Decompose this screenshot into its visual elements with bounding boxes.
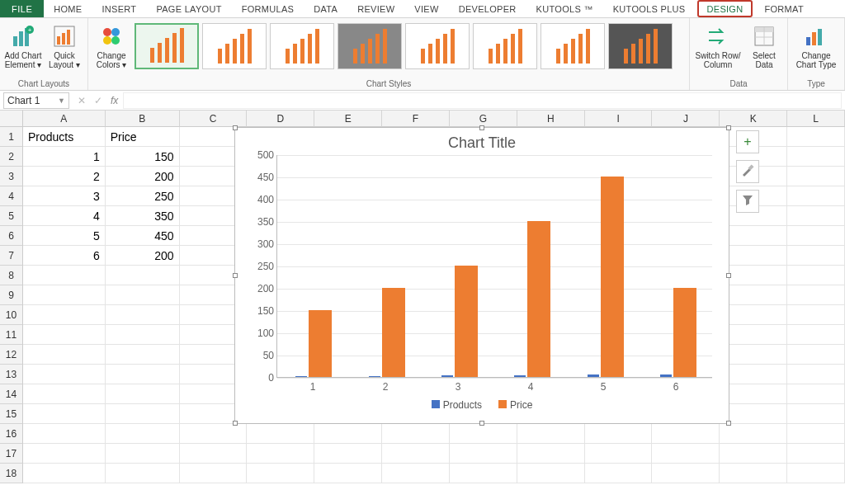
cell[interactable]: 200: [106, 246, 180, 266]
cell[interactable]: [787, 246, 845, 266]
cell[interactable]: [180, 424, 248, 444]
row-header[interactable]: 5: [0, 206, 23, 226]
chart-plot-area[interactable]: 050100150200250300350400450500: [276, 155, 712, 378]
cell[interactable]: [652, 444, 720, 464]
cell[interactable]: [23, 404, 106, 424]
resize-handle-e[interactable]: [726, 273, 731, 278]
cell[interactable]: [23, 365, 106, 384]
cell[interactable]: [720, 384, 787, 404]
cell[interactable]: [450, 444, 517, 464]
cell[interactable]: [106, 404, 180, 424]
cell[interactable]: [787, 305, 845, 325]
cell[interactable]: [106, 345, 180, 365]
cell[interactable]: [382, 444, 450, 464]
chart-style-5[interactable]: [405, 23, 470, 69]
tab-formulas[interactable]: FORMULAS: [232, 0, 304, 17]
name-box-dropdown-icon[interactable]: ▼: [58, 97, 65, 105]
chart-style-8[interactable]: [608, 23, 673, 69]
cell[interactable]: [247, 464, 314, 483]
cell[interactable]: [787, 404, 845, 424]
row-header[interactable]: 8: [0, 266, 23, 285]
cell[interactable]: [517, 424, 585, 444]
cell[interactable]: [314, 424, 382, 444]
cell[interactable]: 2: [23, 167, 106, 186]
cell[interactable]: [720, 246, 787, 266]
tab-developer[interactable]: DEVELOPER: [449, 0, 526, 17]
resize-handle-n[interactable]: [479, 125, 484, 130]
enter-icon[interactable]: ✓: [94, 95, 102, 106]
row-header[interactable]: 2: [0, 147, 23, 167]
cell[interactable]: [585, 444, 653, 464]
tab-page-layout[interactable]: PAGE LAYOUT: [146, 0, 231, 17]
row-header[interactable]: 13: [0, 365, 23, 384]
cell[interactable]: [720, 444, 787, 464]
col-header-A[interactable]: A: [23, 111, 106, 127]
cell[interactable]: [787, 186, 845, 206]
cell[interactable]: [787, 345, 845, 365]
cell[interactable]: [720, 285, 787, 305]
quick-layout-button[interactable]: Quick Layout ▾: [45, 20, 84, 76]
cell[interactable]: [787, 384, 845, 404]
cell[interactable]: [23, 464, 106, 483]
cell[interactable]: 450: [106, 226, 180, 246]
change-colors-button[interactable]: Change Colors ▾: [92, 20, 131, 76]
col-header-E[interactable]: E: [314, 111, 382, 127]
cell[interactable]: [517, 464, 585, 483]
chart-styles-button[interactable]: [736, 160, 759, 183]
cell[interactable]: [652, 424, 720, 444]
chart-style-7[interactable]: [541, 23, 605, 69]
cell[interactable]: [450, 424, 517, 444]
cell[interactable]: [382, 424, 450, 444]
row-header[interactable]: 12: [0, 345, 23, 365]
cell[interactable]: [787, 226, 845, 246]
resize-handle-ne[interactable]: [726, 125, 731, 130]
cell[interactable]: 350: [106, 206, 180, 226]
cell[interactable]: [23, 444, 106, 464]
cell[interactable]: [787, 424, 845, 444]
chart-style-4[interactable]: [338, 23, 402, 69]
col-header-D[interactable]: D: [247, 111, 314, 127]
chart-style-6[interactable]: [473, 23, 537, 69]
cell[interactable]: 150: [106, 147, 180, 167]
col-header-K[interactable]: K: [720, 111, 787, 127]
row-header[interactable]: 1: [0, 127, 23, 147]
cell[interactable]: 250: [106, 186, 180, 206]
cell[interactable]: Products: [23, 127, 106, 147]
cell[interactable]: Price: [106, 127, 180, 147]
col-header-J[interactable]: J: [652, 111, 720, 127]
cell[interactable]: [23, 266, 106, 285]
row-header[interactable]: 10: [0, 305, 23, 325]
chart-title[interactable]: Chart Title: [235, 128, 729, 155]
resize-handle-w[interactable]: [233, 273, 238, 278]
cell[interactable]: [106, 384, 180, 404]
cell[interactable]: [23, 305, 106, 325]
cell[interactable]: [787, 147, 845, 167]
tab-design[interactable]: DESIGN: [697, 0, 753, 17]
cell[interactable]: [720, 365, 787, 384]
row-header[interactable]: 18: [0, 464, 23, 483]
cell[interactable]: [23, 285, 106, 305]
cell[interactable]: [382, 464, 450, 483]
add-chart-element-button[interactable]: + Add Chart Element ▾: [3, 20, 43, 76]
cell[interactable]: [652, 464, 720, 483]
cell[interactable]: [106, 266, 180, 285]
chart-style-3[interactable]: [270, 23, 334, 69]
legend-products[interactable]: Products: [432, 399, 482, 411]
cell[interactable]: [106, 325, 180, 345]
cell[interactable]: [314, 464, 382, 483]
cell[interactable]: [585, 424, 653, 444]
row-header[interactable]: 6: [0, 226, 23, 246]
col-header-L[interactable]: L: [787, 111, 845, 127]
col-header-C[interactable]: C: [180, 111, 248, 127]
cell[interactable]: 5: [23, 226, 106, 246]
change-chart-type-button[interactable]: Change Chart Type: [791, 20, 841, 76]
cell[interactable]: [787, 167, 845, 186]
cell[interactable]: [106, 365, 180, 384]
row-header[interactable]: 17: [0, 444, 23, 464]
legend-price[interactable]: Price: [498, 399, 532, 411]
row-header[interactable]: 9: [0, 285, 23, 305]
cell[interactable]: [787, 206, 845, 226]
row-header[interactable]: 7: [0, 246, 23, 266]
tab-file[interactable]: FILE: [0, 0, 44, 17]
cell[interactable]: [720, 325, 787, 345]
